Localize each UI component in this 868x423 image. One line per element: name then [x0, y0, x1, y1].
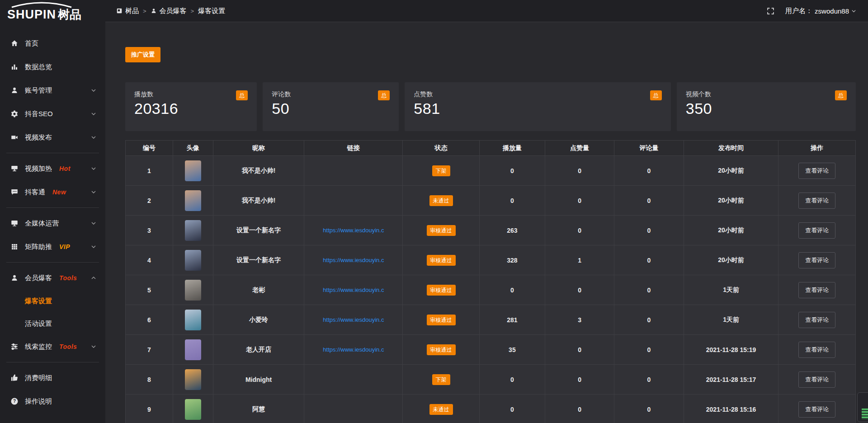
video-link[interactable]: https://www.iesdouyin.c: [323, 316, 384, 323]
stat-label: 评论数: [272, 90, 390, 99]
breadcrumb-item: 爆客设置: [198, 7, 225, 15]
cell-plays: 0: [480, 186, 545, 216]
cell-avatar: [173, 156, 213, 186]
breadcrumb-separator: >: [143, 8, 146, 14]
cell-time: 20小时前: [684, 216, 779, 245]
video-link[interactable]: https://www.iesdouyin.c: [323, 227, 384, 234]
floating-widget[interactable]: [857, 392, 868, 422]
cell-likes: 0: [545, 186, 614, 216]
user-menu[interactable]: 用户名：zswodun88: [785, 7, 856, 15]
video-link[interactable]: https://www.iesdouyin.c: [323, 257, 384, 263]
cell-plays: 0: [480, 365, 545, 395]
sidebar: SHUPIN 树品 首页数据总览账号管理抖音SEO视频发布视频加热Hot抖客通N…: [0, 0, 105, 423]
brand-logo-text: SHUPIN 树品: [7, 7, 81, 23]
column-header: 编号: [126, 141, 173, 156]
cell-nickname: 我不是小帅!: [213, 186, 305, 216]
sidebar-item[interactable]: 首页: [0, 32, 105, 55]
cell-plays: 328: [480, 245, 545, 275]
status-badge: 审核通过: [427, 285, 456, 296]
sidebar-subitem[interactable]: 爆客设置: [0, 290, 105, 312]
sidebar-item[interactable]: ?操作说明: [0, 390, 105, 413]
chevron-down-icon: [851, 9, 856, 14]
view-comments-button[interactable]: 查看评论: [798, 342, 835, 358]
breadcrumb-label: 树品: [125, 7, 139, 15]
column-header: 点赞量: [545, 141, 614, 156]
chevron-down-icon: [91, 135, 96, 140]
video-link[interactable]: https://www.iesdouyin.c: [323, 346, 384, 353]
sidebar-item[interactable]: 抖音SEO: [0, 102, 105, 126]
topbar-right: 用户名：zswodun88: [767, 7, 856, 15]
sidebar-item[interactable]: 抖客通New: [0, 180, 105, 204]
view-comments-button[interactable]: 查看评论: [798, 252, 835, 268]
view-comments-button[interactable]: 查看评论: [798, 282, 835, 298]
cell-comments: 0: [614, 305, 684, 335]
view-comments-button[interactable]: 查看评论: [798, 312, 835, 328]
sidebar-item-tag: Tools: [59, 343, 77, 350]
sidebar-item[interactable]: 全媒体运营: [0, 212, 105, 235]
view-comments-button[interactable]: 查看评论: [798, 222, 835, 239]
sidebar-item[interactable]: 矩阵助推VIP: [0, 235, 105, 258]
cell-plays: 35: [480, 335, 545, 365]
table-row: 8Midnight下架0002021-11-28 15:17查看评论: [126, 365, 855, 395]
widget-stripes-icon: [862, 409, 868, 419]
sidebar-item-label: 视频发布: [25, 133, 52, 142]
sidebar-item[interactable]: 消费明细: [0, 366, 105, 390]
sidebar-item[interactable]: 会员爆客Tools: [0, 266, 105, 290]
cell-nickname: 设置一个新名字: [213, 245, 305, 275]
sidebar-item-label: 全媒体运营: [25, 219, 59, 228]
sidebar-divider: [6, 262, 99, 263]
video-link[interactable]: https://www.iesdouyin.c: [323, 287, 384, 293]
view-comments-button[interactable]: 查看评论: [798, 163, 835, 179]
username-value: zswodun88: [815, 7, 849, 15]
svg-text:?: ?: [13, 399, 16, 404]
view-comments-button[interactable]: 查看评论: [798, 401, 835, 418]
cell-actions: 查看评论: [778, 216, 855, 245]
sidebar-subitem[interactable]: 活动设置: [0, 312, 105, 335]
monitor-icon: [10, 219, 19, 228]
cell-nickname: 阿慧: [213, 395, 305, 423]
status-badge: 下架: [432, 165, 450, 176]
cell-time: 2021-11-28 15:17: [684, 365, 779, 395]
sidebar-divider: [6, 207, 99, 208]
topbar: 树品>会员爆客>爆客设置 用户名：zswodun88: [105, 0, 868, 22]
cell-id: 5: [126, 275, 173, 305]
breadcrumb-label: 会员爆客: [160, 7, 187, 15]
cell-id: 8: [126, 365, 173, 395]
sidebar-item-label: 矩阵助推: [25, 243, 52, 251]
breadcrumb-item[interactable]: 会员爆客: [151, 7, 187, 15]
fullscreen-icon[interactable]: [767, 7, 774, 15]
stat-cards: 播放数20316总评论数50总点赞数581总视频个数350总: [125, 82, 856, 131]
sidebar-item[interactable]: 账号管理: [0, 79, 105, 102]
view-comments-button[interactable]: 查看评论: [798, 371, 835, 388]
home-icon: [10, 39, 19, 48]
sidebar-item[interactable]: 数据总览: [0, 55, 105, 79]
grid-icon: [10, 242, 19, 251]
sidebar-item-tag: Hot: [59, 165, 71, 172]
stat-value: 581: [414, 100, 661, 118]
sidebar-item[interactable]: 视频发布: [0, 126, 105, 149]
cell-comments: 0: [614, 335, 684, 365]
stat-value: 50: [272, 100, 390, 118]
table-row: 9阿慧未通过0002021-11-28 15:16查看评论: [126, 395, 855, 423]
sidebar-item-label: 线索监控: [25, 343, 52, 351]
cell-avatar: [173, 245, 213, 275]
breadcrumb-item[interactable]: 树品: [116, 7, 139, 15]
status-badge: 审核通过: [427, 344, 456, 355]
avatar-image: [185, 339, 201, 360]
cell-actions: 查看评论: [778, 365, 855, 395]
chevron-up-icon: [91, 275, 96, 281]
avatar-image: [185, 190, 201, 211]
sidebar-item-label: 抖音SEO: [25, 110, 53, 118]
promo-settings-button[interactable]: 推广设置: [125, 47, 160, 62]
avatar-image: [185, 220, 201, 241]
cell-avatar: [173, 305, 213, 335]
sidebar-item[interactable]: 视频加热Hot: [0, 157, 105, 180]
cell-likes: 0: [545, 365, 614, 395]
sidebar-item[interactable]: 线索监控Tools: [0, 335, 105, 358]
view-comments-button[interactable]: 查看评论: [798, 193, 835, 209]
sidebar-nav: 首页数据总览账号管理抖音SEO视频发布视频加热Hot抖客通New全媒体运营矩阵助…: [0, 26, 105, 413]
cell-status: 审核通过: [403, 245, 479, 275]
brand-logo[interactable]: SHUPIN 树品: [0, 0, 105, 26]
status-badge: 审核通过: [427, 255, 456, 266]
breadcrumb-label: 爆客设置: [198, 7, 225, 15]
